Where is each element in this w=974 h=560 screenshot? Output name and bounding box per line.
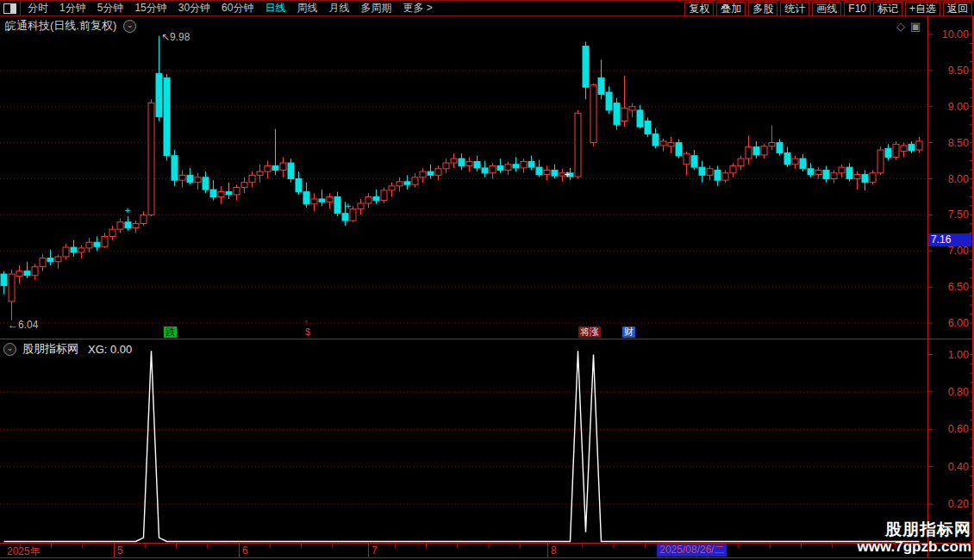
chevron-down-icon[interactable]: ⌄	[123, 20, 136, 33]
gridlines	[0, 71, 927, 504]
chart-marker-$: $	[303, 327, 312, 338]
price-axis-label: 10.00	[942, 28, 969, 40]
watermark-url: www.7gpzb.com	[857, 539, 971, 556]
candle	[94, 237, 100, 252]
price-axis: 10.009.509.008.508.007.507.006.506.00	[927, 28, 972, 329]
chart-marker-跌: 跌	[164, 327, 177, 338]
candle	[55, 254, 61, 269]
candle	[404, 175, 410, 190]
candle	[676, 139, 682, 159]
toolbar-button-返回[interactable]: 返回	[943, 2, 972, 16]
period-tab-月线[interactable]: 月线	[328, 1, 349, 16]
candle	[296, 171, 302, 195]
candle	[730, 163, 736, 177]
candle	[490, 163, 496, 178]
candle	[420, 168, 426, 183]
candle	[854, 171, 860, 190]
candle	[466, 157, 472, 171]
candle	[893, 141, 899, 160]
price-axis-label: 9.00	[948, 101, 969, 113]
period-tab-日线[interactable]: 日线	[265, 1, 285, 16]
period-tab-分时[interactable]: 分时	[28, 1, 48, 16]
price-axis-label: 9.50	[948, 65, 969, 77]
candle	[862, 170, 868, 190]
candle	[482, 161, 488, 177]
candle	[652, 128, 659, 148]
month-label: 8	[551, 544, 557, 557]
candlestick-chart-canvas[interactable]: 10.009.509.008.508.007.507.006.506.001.0…	[0, 0, 974, 560]
candle	[78, 246, 84, 258]
candle	[753, 141, 759, 159]
period-tab-更多 >[interactable]: 更多 >	[403, 1, 432, 16]
current-price-tag: 7.16	[928, 233, 971, 246]
indicator-axis-label: 0.20	[948, 498, 969, 510]
candle	[350, 206, 356, 221]
candle	[916, 137, 922, 152]
indicator-value: XG: 0.00	[88, 343, 132, 356]
layout-icon[interactable]	[3, 3, 16, 14]
indicator-header: ⌄ 股朋指标网 XG: 0.00	[3, 341, 132, 357]
candle	[311, 193, 317, 211]
main-chart-header: 皖通科技(日线.前复权) ⌄	[5, 18, 136, 34]
marker-arrow-up-icon: ↑	[304, 319, 309, 327]
month-label: 7	[371, 544, 378, 557]
price-axis-label: 7.00	[948, 245, 969, 257]
candle	[505, 161, 511, 175]
candle	[365, 193, 371, 208]
candle	[358, 199, 364, 215]
candle	[877, 146, 883, 176]
price-axis-label: 8.50	[948, 137, 969, 149]
chart-marker-财: 财	[622, 327, 635, 338]
chevron-down-icon[interactable]: ⌄	[3, 343, 16, 356]
toolbar-button-叠加[interactable]: 叠加	[716, 2, 746, 16]
toolbar-button-多股[interactable]: 多股	[748, 2, 777, 16]
toolbar-button-复权[interactable]: 复权	[684, 2, 714, 16]
candle	[769, 126, 775, 150]
candle	[109, 226, 116, 240]
candle	[590, 84, 596, 146]
candle	[210, 180, 216, 200]
candle	[459, 153, 465, 170]
toolbar-button-统计[interactable]: 统计	[780, 2, 809, 16]
period-tab-多周期[interactable]: 多周期	[360, 1, 391, 16]
toolbar-button-画线[interactable]: 画线	[812, 2, 841, 16]
candle	[218, 186, 224, 204]
indicator-axis-label: 0.60	[948, 423, 969, 435]
candle	[272, 129, 278, 176]
period-tab-30分钟[interactable]: 30分钟	[178, 1, 210, 16]
toolbar-button-+自选[interactable]: +自选	[905, 2, 940, 16]
panel-icon[interactable]: ▣	[910, 20, 926, 33]
indicator-line	[4, 351, 920, 541]
candle	[435, 165, 441, 180]
period-tab-周线[interactable]: 周线	[297, 1, 317, 16]
diamond-icon[interactable]: ◇	[896, 20, 910, 33]
indicator-name: 股朋指标网	[22, 341, 78, 357]
candle	[598, 59, 604, 99]
period-tab-15分钟[interactable]: 15分钟	[134, 1, 166, 16]
year-label: 2025年	[7, 544, 41, 559]
candle	[621, 76, 627, 127]
candle	[16, 265, 22, 283]
candle	[303, 183, 309, 208]
candle	[637, 105, 643, 128]
toolbar-button-F10[interactable]: F10	[844, 2, 871, 16]
candle	[668, 137, 674, 153]
toolbar-button-标记[interactable]: 标记	[873, 2, 902, 16]
period-tab-5分钟[interactable]: 5分钟	[97, 1, 124, 16]
candle	[901, 143, 907, 158]
cross-marker	[346, 203, 351, 208]
candle	[381, 188, 387, 203]
trading-app-window: 10.009.509.008.508.007.507.006.506.001.0…	[0, 0, 974, 560]
candle	[288, 159, 294, 183]
candle	[528, 156, 534, 171]
candle	[552, 165, 558, 179]
candle	[342, 202, 348, 226]
price-axis-label: 8.00	[948, 173, 969, 185]
candle	[241, 177, 247, 193]
candle	[179, 170, 185, 187]
candle	[746, 135, 752, 165]
period-tab-1分钟[interactable]: 1分钟	[59, 1, 86, 16]
candle	[86, 238, 92, 252]
period-tab-60分钟[interactable]: 60分钟	[222, 1, 253, 16]
candle	[521, 159, 527, 173]
